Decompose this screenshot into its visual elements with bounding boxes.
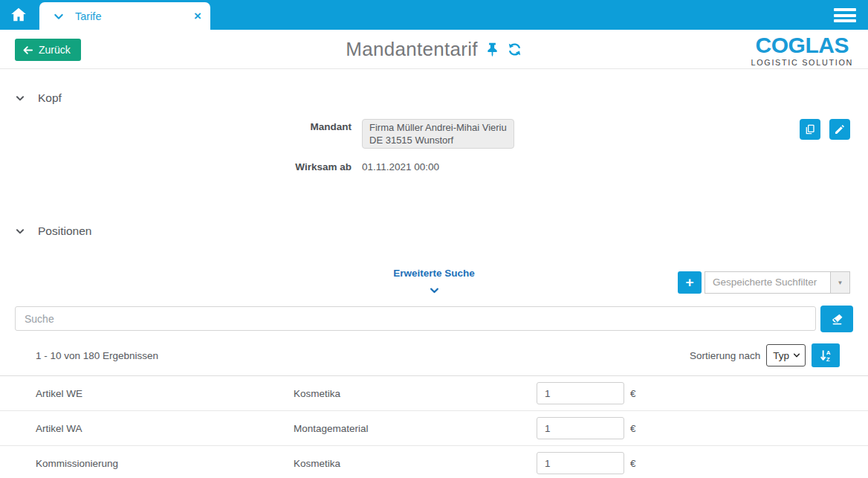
position-type: Artikel WE	[36, 388, 294, 399]
wirksam-row: Wirksam ab 01.11.2021 00:00	[0, 161, 868, 172]
table-row: Artikel WE Kosmetika €	[0, 376, 868, 411]
wirksam-label: Wirksam ab	[0, 161, 352, 172]
title-area: Mandantentarif	[0, 30, 868, 69]
menu-button[interactable]	[834, 8, 856, 22]
results-count: 1 - 10 von 180 Ergebnissen	[36, 350, 158, 361]
sort-label: Sortierung nach	[690, 350, 760, 361]
saved-filters-dropdown[interactable]: Gespeicherte Suchfilter ▼	[705, 271, 850, 294]
saved-filter-controls: + Gespeicherte Suchfilter ▼	[678, 271, 850, 294]
add-filter-button[interactable]: +	[678, 271, 702, 294]
tab-tarife[interactable]: Tarife ×	[39, 2, 210, 30]
menu-bar	[834, 8, 856, 11]
svg-text:Z: Z	[826, 356, 830, 363]
position-group: Montagematerial	[294, 423, 537, 434]
refresh-icon[interactable]	[507, 42, 522, 57]
mandant-row: Mandant Firma Müller Andrei-Mihai Vieriu…	[0, 119, 868, 149]
header-action-buttons	[800, 119, 850, 140]
pin-icon[interactable]	[485, 42, 500, 57]
currency-label: €	[630, 388, 636, 399]
position-price-cell: €	[537, 382, 868, 404]
top-navigation-bar: Tarife ×	[0, 0, 868, 30]
edit-button[interactable]	[829, 119, 850, 140]
search-row	[15, 306, 853, 332]
position-group: Kosmetika	[294, 458, 537, 469]
select-chevron-down-icon	[793, 352, 800, 359]
price-input[interactable]	[537, 452, 624, 474]
results-row: 1 - 10 von 180 Ergebnissen Sortierung na…	[0, 343, 868, 368]
search-input[interactable]	[15, 306, 816, 331]
position-type: Artikel WA	[36, 423, 294, 434]
sort-controls: Sortierung nach Typ A Z	[690, 343, 840, 367]
pencil-icon	[834, 123, 846, 135]
dropdown-caret-icon[interactable]: ▼	[830, 272, 849, 293]
menu-bar	[834, 14, 856, 17]
positionen-collapse-chevron-icon[interactable]	[15, 226, 25, 236]
tab-chevron-down-icon[interactable]	[53, 10, 65, 22]
page-title: Mandantentarif	[346, 38, 478, 61]
copy-button[interactable]	[800, 119, 820, 140]
home-icon	[10, 6, 27, 24]
logo-wordmark: COGLAS	[751, 34, 854, 56]
mandant-value: Firma Müller Andrei-Mihai Vieriu DE 3151…	[362, 119, 514, 149]
position-group: Kosmetika	[294, 388, 537, 399]
advanced-search-chevron-down-icon[interactable]	[429, 285, 440, 296]
section-positionen-label: Positionen	[38, 225, 91, 238]
eraser-icon	[830, 312, 844, 326]
section-positionen-header: Positionen	[0, 225, 868, 238]
mandant-label: Mandant	[0, 119, 352, 149]
price-input[interactable]	[537, 417, 624, 439]
home-button[interactable]	[0, 0, 37, 30]
sort-direction-button[interactable]: A Z	[812, 343, 840, 367]
svg-text:A: A	[826, 349, 831, 356]
logo-subtitle: LOGISTIC SOLUTION	[751, 58, 854, 67]
sort-az-icon: A Z	[818, 348, 833, 363]
currency-label: €	[630, 458, 636, 469]
table-row: Artikel WA Montagematerial €	[0, 411, 868, 446]
position-price-cell: €	[537, 452, 868, 474]
sort-field-value: Typ	[773, 350, 789, 361]
positions-table: Artikel WE Kosmetika € Artikel WA Montag…	[0, 375, 868, 478]
main-content: Kopf Mandant Firma Müller Andrei-Mihai V…	[0, 69, 868, 478]
wirksam-value: 01.11.2021 00:00	[362, 161, 439, 172]
kopf-collapse-chevron-icon[interactable]	[15, 93, 25, 103]
mandant-line1: Firma Müller Andrei-Mihai Vieriu	[369, 121, 507, 134]
section-kopf-header: Kopf	[0, 91, 868, 105]
coglas-logo: COGLAS LOGISTIC SOLUTION	[751, 34, 854, 67]
saved-filters-placeholder: Gespeicherte Suchfilter	[705, 272, 830, 293]
position-type: Kommissionierung	[36, 458, 294, 469]
menu-bar	[834, 19, 856, 22]
advanced-search-band: Erweiterte Suche + Gespeicherte Suchfilt…	[0, 268, 868, 302]
mandant-line2: DE 31515 Wunstorf	[369, 134, 507, 146]
clear-search-button[interactable]	[820, 306, 853, 332]
tab-label: Tarife	[75, 10, 194, 22]
section-kopf-label: Kopf	[38, 91, 62, 105]
price-input[interactable]	[537, 382, 624, 404]
table-row: Kommissionierung Kosmetika €	[0, 446, 868, 478]
mandant-value-box: Firma Müller Andrei-Mihai Vieriu DE 3151…	[362, 119, 514, 149]
copy-icon	[804, 123, 816, 135]
tab-close-icon[interactable]: ×	[194, 10, 201, 22]
sort-field-select[interactable]: Typ	[766, 344, 806, 366]
advanced-search-link[interactable]: Erweiterte Suche	[393, 268, 475, 279]
page-header: Zurück Mandantentarif COGLAS LOGISTIC SO…	[0, 30, 868, 69]
position-price-cell: €	[537, 417, 868, 439]
currency-label: €	[630, 423, 636, 434]
